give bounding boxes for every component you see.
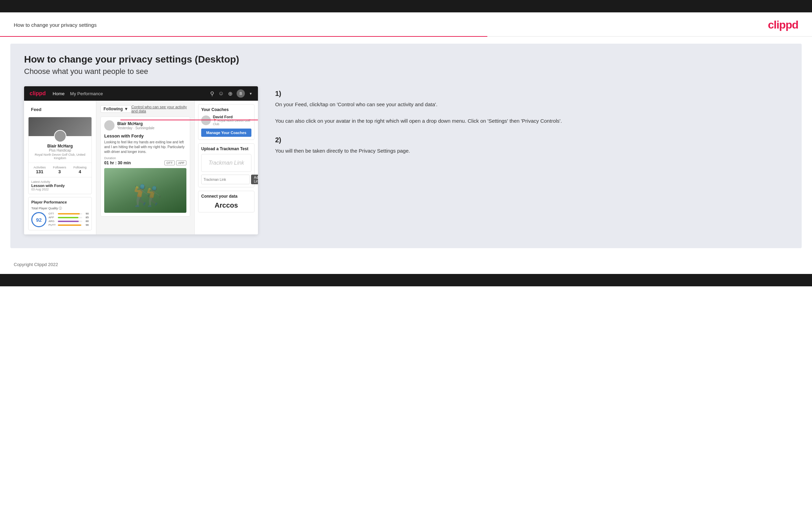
trackman-input[interactable] [201,175,250,184]
control-privacy-link[interactable]: Control who can see your activity and da… [131,105,190,113]
coach-name: David Ford [213,115,251,119]
app-navbar: clippd Home My Performance ⚲ ☺ ⊕ B ▼ [24,86,258,101]
activity-location: Yesterday · Sunningdale [117,126,154,130]
activity-tags: OTT APP [164,161,186,165]
feed-label: Feed [28,105,92,114]
footer: Copyright Clippd 2022 [0,255,812,274]
activity-card: Blair McHarg Yesterday · Sunningdale Les… [100,117,190,217]
page-subheading: Choose what you want people to see [24,67,788,76]
activity-username: Blair McHarg [117,121,154,126]
trackman-title: Upload a Trackman Test [201,146,251,151]
search-icon[interactable]: ⚲ [210,90,214,97]
connect-title: Connect your data [201,194,251,199]
app-body: Feed Blair McHarg Plus Handicap Royal No… [24,101,258,234]
profile-club: Royal North Devon Golf Club, United King… [31,153,89,160]
app-logo: clippd [30,90,46,97]
activity-avatar [104,120,115,131]
manage-coaches-button[interactable]: Manage Your Coaches [201,129,251,137]
tag-ott: OTT [164,161,175,165]
profile-avatar [54,130,66,142]
instruction-1: 1) On your Feed, click/tap on 'Control w… [275,90,788,125]
bar-arg: ARG 86 [48,220,89,223]
header-title: How to change your privacy settings [14,22,97,28]
trackman-section: Upload a Trackman Test Trackman Link Add… [198,143,255,187]
coach-avatar [201,115,211,125]
app-nav-icons: ⚲ ☺ ⊕ B ▼ [210,89,252,98]
instruction-1-number: 1) [275,90,788,98]
instruction-1-text: On your Feed, click/tap on 'Control who … [275,100,788,125]
coaches-section: Your Coaches David Ford 📍 Royal North De… [198,104,255,140]
instruction-2-number: 2) [275,136,788,144]
instructions: 1) On your Feed, click/tap on 'Control w… [272,86,788,166]
tag-app: APP [176,161,186,165]
header: How to change your privacy settings clip… [0,12,812,36]
arccos-brand: Arccos [201,201,251,209]
stat-activities: Activities 131 [33,166,46,174]
following-label: Following [104,107,123,111]
trackman-input-row: Add Link [201,175,251,184]
nav-my-performance[interactable]: My Performance [70,91,103,96]
annotation-line [120,120,258,120]
profile-card: Blair McHarg Plus Handicap Royal North D… [28,117,92,194]
profile-stats: Activities 131 Followers 3 Following 4 [29,163,91,177]
logo: clippd [768,19,798,31]
main-content: How to change your privacy settings (Des… [10,44,802,248]
app-right-sidebar: Your Coaches David Ford 📍 Royal North De… [194,101,258,234]
profile-banner [29,117,91,136]
person-icon[interactable]: ☺ [218,90,224,97]
connect-section: Connect your data Arccos [198,191,255,212]
activity-user: Blair McHarg Yesterday · Sunningdale [104,120,186,131]
bottom-bar [0,274,812,286]
profile-handicap: Plus Handicap [31,148,89,152]
app-sidebar: Feed Blair McHarg Plus Handicap Royal No… [24,101,96,234]
copyright-text: Copyright Clippd 2022 [14,262,58,267]
app-screenshot: clippd Home My Performance ⚲ ☺ ⊕ B ▼ Fee… [24,86,258,234]
top-bar [0,0,812,12]
avatar[interactable]: B [237,89,245,98]
coaches-title: Your Coaches [201,107,251,112]
location-icon[interactable]: ⊕ [228,90,232,97]
coach-item: David Ford 📍 Royal North Devon Golf Club [201,115,251,126]
avatar-chevron[interactable]: ▼ [249,92,252,96]
player-performance: Player Performance Total Player Quality … [28,197,92,230]
latest-activity: Latest Activity Lesson with Fordy 03 Aug… [29,177,91,194]
instruction-2: 2) You will then be taken directly to th… [275,136,788,155]
chevron-down-icon: ▼ [124,107,128,111]
golfer2-icon: 🏌️ [142,185,166,208]
profile-name: Blair McHarg [31,144,89,148]
following-button[interactable]: Following ▼ [100,105,131,113]
bar-putt: PUTT 96 [48,223,89,227]
content-layout: clippd Home My Performance ⚲ ☺ ⊕ B ▼ Fee… [24,86,788,234]
duration-value: 01 hr : 30 min [104,161,131,165]
nav-home[interactable]: Home [53,91,65,96]
activity-title: Lesson with Fordy [104,133,186,139]
quality-score: 92 [31,212,46,227]
activity-description: Looking to feel like my hands are exitin… [104,140,186,154]
duration-label: Duration [104,156,186,160]
stat-following: Following 4 [73,166,86,174]
trackman-link-display: Trackman Link [208,160,244,166]
bar-ott: OTT 90 [48,212,89,215]
following-bar: Following ▼ Control who can see your act… [100,105,190,113]
activity-image: 🏌️ 🏌️ [104,168,186,213]
add-link-button[interactable]: Add Link [251,175,258,184]
app-feed: Following ▼ Control who can see your act… [96,101,194,234]
header-divider [0,36,812,37]
page-heading: How to change your privacy settings (Des… [24,54,788,65]
bar-app: APP 85 [48,216,89,219]
perf-bars: OTT 90 APP [48,212,89,227]
trackman-link-area: Trackman Link [201,154,251,172]
stat-followers: Followers 3 [53,166,66,174]
instruction-2-text: You will then be taken directly to the P… [275,147,788,155]
